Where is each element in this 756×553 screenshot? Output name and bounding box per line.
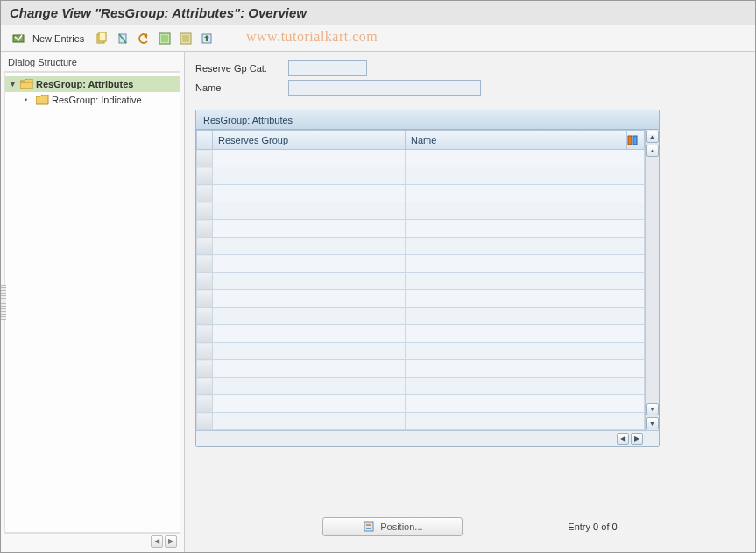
- new-entries-button[interactable]: New Entries: [31, 33, 89, 44]
- cell-name[interactable]: [406, 273, 645, 290]
- table-row[interactable]: [197, 395, 645, 413]
- row-selector[interactable]: [197, 273, 213, 290]
- svg-rect-13: [633, 136, 637, 145]
- row-selector[interactable]: [197, 238, 213, 255]
- tree-node-resgroup-attributes[interactable]: ▼ ResGroup: Attributes: [5, 76, 180, 92]
- deselect-all-icon[interactable]: [177, 30, 194, 47]
- table-row[interactable]: [197, 202, 645, 220]
- position-icon: [363, 521, 375, 533]
- cell-reserves-group[interactable]: [213, 378, 406, 395]
- position-button[interactable]: Position...: [322, 517, 463, 536]
- undo-icon[interactable]: [135, 30, 152, 47]
- export-icon[interactable]: [198, 30, 215, 47]
- copy-icon[interactable]: [93, 30, 110, 47]
- cell-reserves-group[interactable]: [213, 238, 406, 255]
- row-selector[interactable]: [197, 308, 213, 325]
- cell-reserves-group[interactable]: [213, 202, 406, 220]
- cell-name[interactable]: [406, 150, 645, 167]
- cell-name[interactable]: [406, 308, 645, 325]
- cell-reserves-group[interactable]: [213, 395, 406, 413]
- table-row[interactable]: [197, 343, 645, 360]
- table-row[interactable]: [197, 255, 645, 273]
- cell-name[interactable]: [406, 395, 645, 413]
- cell-reserves-group[interactable]: [213, 167, 406, 185]
- select-all-icon[interactable]: [156, 30, 173, 47]
- cell-reserves-group[interactable]: [213, 308, 406, 325]
- cell-name[interactable]: [406, 413, 645, 430]
- cell-name[interactable]: [406, 360, 645, 378]
- select-all-header[interactable]: [197, 131, 213, 150]
- row-selector[interactable]: [197, 290, 213, 308]
- row-selector[interactable]: [197, 185, 213, 202]
- collapse-icon[interactable]: ▼: [9, 80, 19, 89]
- cell-name[interactable]: [406, 378, 645, 395]
- table-row[interactable]: [197, 290, 645, 308]
- row-selector[interactable]: [197, 395, 213, 413]
- row-selector[interactable]: [197, 167, 213, 185]
- table-row[interactable]: [197, 413, 645, 430]
- cell-reserves-group[interactable]: [213, 185, 406, 202]
- row-selector[interactable]: [197, 150, 213, 167]
- cell-name[interactable]: [406, 255, 645, 273]
- cell-name[interactable]: [406, 202, 645, 220]
- scroll-up-fast-button[interactable]: ▲: [646, 145, 659, 157]
- scroll-left-button[interactable]: ◀: [151, 535, 163, 548]
- sidebar-hscroll: ◀ ▶: [4, 533, 180, 549]
- table-row[interactable]: [197, 360, 645, 378]
- cell-name[interactable]: [406, 290, 645, 308]
- scroll-right-button[interactable]: ▶: [165, 535, 177, 548]
- page-title: Change View "ResGroup: Attributes": Over…: [10, 5, 307, 20]
- splitter-handle[interactable]: [1, 285, 6, 320]
- column-header-name[interactable]: Name: [406, 131, 627, 150]
- cell-reserves-group[interactable]: [213, 220, 406, 238]
- table-row[interactable]: [197, 308, 645, 325]
- table-row[interactable]: [197, 185, 645, 202]
- cell-name[interactable]: [406, 343, 645, 360]
- cell-name[interactable]: [406, 185, 645, 202]
- column-header-reserves-group[interactable]: Reserves Group: [213, 131, 406, 150]
- table-row[interactable]: [197, 238, 645, 255]
- scroll-up-button[interactable]: ▲: [646, 131, 659, 143]
- table-vscrollbar[interactable]: ▲ ▲ ▼ ▼: [645, 130, 659, 430]
- reserve-gp-cat-input[interactable]: [288, 60, 367, 76]
- cell-reserves-group[interactable]: [213, 413, 406, 430]
- row-selector[interactable]: [197, 202, 213, 220]
- cell-reserves-group[interactable]: [213, 255, 406, 273]
- cell-reserves-group[interactable]: [213, 360, 406, 378]
- svg-rect-9: [182, 35, 189, 42]
- cell-reserves-group[interactable]: [213, 150, 406, 167]
- table-row[interactable]: [197, 220, 645, 238]
- row-selector[interactable]: [197, 343, 213, 360]
- table-row[interactable]: [197, 378, 645, 395]
- row-selector[interactable]: [197, 413, 213, 430]
- row-selector[interactable]: [197, 378, 213, 395]
- cell-reserves-group[interactable]: [213, 325, 406, 343]
- table-row[interactable]: [197, 273, 645, 290]
- cell-name[interactable]: [406, 325, 645, 343]
- table-row[interactable]: [197, 167, 645, 185]
- scroll-right-button[interactable]: ▶: [631, 433, 643, 445]
- cell-reserves-group[interactable]: [213, 343, 406, 360]
- row-selector[interactable]: [197, 255, 213, 273]
- scroll-down-button[interactable]: ▼: [646, 417, 659, 429]
- row-selector[interactable]: [197, 220, 213, 238]
- table-row[interactable]: [197, 150, 645, 167]
- row-selector[interactable]: [197, 360, 213, 378]
- name-input[interactable]: [288, 80, 481, 96]
- cell-name[interactable]: [406, 238, 645, 255]
- cell-reserves-group[interactable]: [213, 290, 406, 308]
- cell-reserves-group[interactable]: [213, 273, 406, 290]
- reserve-gp-cat-label: Reserve Gp Cat.: [195, 63, 283, 74]
- tree-node-resgroup-indicative[interactable]: • ResGroup: Indicative: [5, 92, 180, 108]
- row-selector[interactable]: [197, 325, 213, 343]
- dialog-structure-tree: ▼ ResGroup: Attributes • ResGroup: Indic…: [4, 72, 180, 533]
- table-row[interactable]: [197, 325, 645, 343]
- toggle-view-icon[interactable]: [10, 30, 27, 47]
- cell-name[interactable]: [406, 220, 645, 238]
- watermark-text: www.tutorialkart.com: [246, 29, 378, 45]
- delete-icon[interactable]: [114, 30, 131, 47]
- scroll-down-fast-button[interactable]: ▼: [646, 403, 659, 415]
- cell-name[interactable]: [406, 167, 645, 185]
- configure-columns-button[interactable]: [627, 131, 645, 150]
- scroll-left-button[interactable]: ◀: [617, 433, 629, 445]
